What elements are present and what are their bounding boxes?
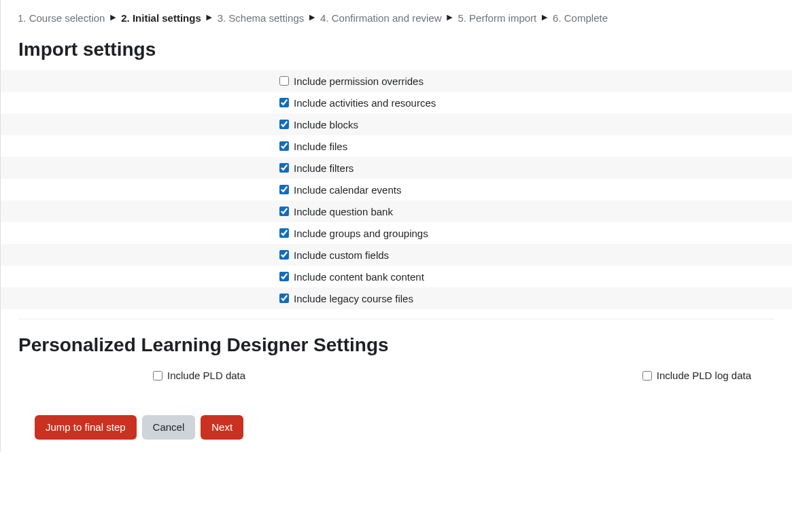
setting-row-include-custom-fields: Include custom fields <box>1 244 792 266</box>
checkbox-include-activities-resources[interactable] <box>279 98 289 107</box>
label-include-groups-groupings[interactable]: Include groups and groupings <box>294 228 428 239</box>
label-include-activities-resources[interactable]: Include activities and resources <box>294 97 436 109</box>
wizard-step-2: 2. Initial settings <box>121 12 201 24</box>
setting-row-include-blocks: Include blocks <box>1 113 792 135</box>
cancel-button[interactable]: Cancel <box>142 415 196 440</box>
page-container: 1. Course selection►2. Initial settings►… <box>0 0 792 452</box>
label-include-custom-fields[interactable]: Include custom fields <box>294 249 389 261</box>
pld-log-wrap: Include PLD log data <box>642 370 751 381</box>
arrow-icon: ► <box>108 12 118 23</box>
jump-to-final-step-button[interactable]: Jump to final step <box>35 415 137 440</box>
settings-list: Include permission overridesInclude acti… <box>1 70 792 309</box>
heading-import-settings: Import settings <box>1 39 792 60</box>
next-button[interactable]: Next <box>201 415 243 440</box>
checkbox-include-permission-overrides[interactable] <box>279 76 289 86</box>
checkbox-include-blocks[interactable] <box>279 120 289 129</box>
wizard-step-3: 3. Schema settings <box>218 12 305 24</box>
label-include-legacy-files[interactable]: Include legacy course files <box>294 293 413 304</box>
pld-data-wrap: Include PLD data <box>153 370 245 381</box>
setting-row-include-question-bank: Include question bank <box>1 200 792 222</box>
label-include-pld-log-data[interactable]: Include PLD log data <box>657 370 751 381</box>
wizard-actions: Jump to final step Cancel Next <box>1 385 792 445</box>
arrow-icon: ► <box>540 12 549 23</box>
checkbox-include-pld-log-data[interactable] <box>642 371 652 380</box>
label-include-permission-overrides[interactable]: Include permission overrides <box>294 75 424 87</box>
setting-row-include-content-bank: Include content bank content <box>1 266 792 287</box>
label-include-filters[interactable]: Include filters <box>294 162 354 174</box>
wizard-progress: 1. Course selection►2. Initial settings►… <box>1 7 792 24</box>
wizard-step-5: 5. Perform import <box>458 12 536 24</box>
label-include-question-bank[interactable]: Include question bank <box>294 206 393 217</box>
checkbox-include-legacy-files[interactable] <box>279 294 289 303</box>
arrow-icon: ► <box>307 12 317 23</box>
setting-row-include-filters: Include filters <box>1 157 792 179</box>
heading-pld-settings: Personalized Learning Designer Settings <box>1 334 792 356</box>
checkbox-include-content-bank[interactable] <box>279 272 289 281</box>
checkbox-include-pld-data[interactable] <box>153 371 162 380</box>
section-divider <box>18 319 774 319</box>
setting-row-include-groups-groupings: Include groups and groupings <box>1 222 792 244</box>
checkbox-include-question-bank[interactable] <box>279 207 289 216</box>
label-include-calendar-events[interactable]: Include calendar events <box>294 184 401 196</box>
arrow-icon: ► <box>445 12 455 23</box>
label-include-files[interactable]: Include files <box>294 141 347 152</box>
label-include-content-bank[interactable]: Include content bank content <box>294 271 424 283</box>
wizard-step-6: 6. Complete <box>553 12 608 24</box>
pld-row: Include PLD data Include PLD log data <box>1 366 792 385</box>
label-include-blocks[interactable]: Include blocks <box>294 119 358 130</box>
checkbox-include-files[interactable] <box>279 141 289 151</box>
setting-row-include-activities-resources: Include activities and resources <box>1 92 792 113</box>
checkbox-include-calendar-events[interactable] <box>279 185 289 194</box>
setting-row-include-legacy-files: Include legacy course files <box>1 287 792 309</box>
checkbox-include-groups-groupings[interactable] <box>279 228 289 238</box>
setting-row-include-calendar-events: Include calendar events <box>1 179 792 200</box>
arrow-icon: ► <box>205 12 214 23</box>
label-include-pld-data[interactable]: Include PLD data <box>167 370 245 381</box>
wizard-step-4: 4. Confirmation and review <box>320 12 441 24</box>
setting-row-include-permission-overrides: Include permission overrides <box>1 70 792 92</box>
setting-row-include-files: Include files <box>1 135 792 157</box>
checkbox-include-filters[interactable] <box>279 163 289 173</box>
wizard-step-1: 1. Course selection <box>18 12 105 24</box>
checkbox-include-custom-fields[interactable] <box>279 250 289 260</box>
